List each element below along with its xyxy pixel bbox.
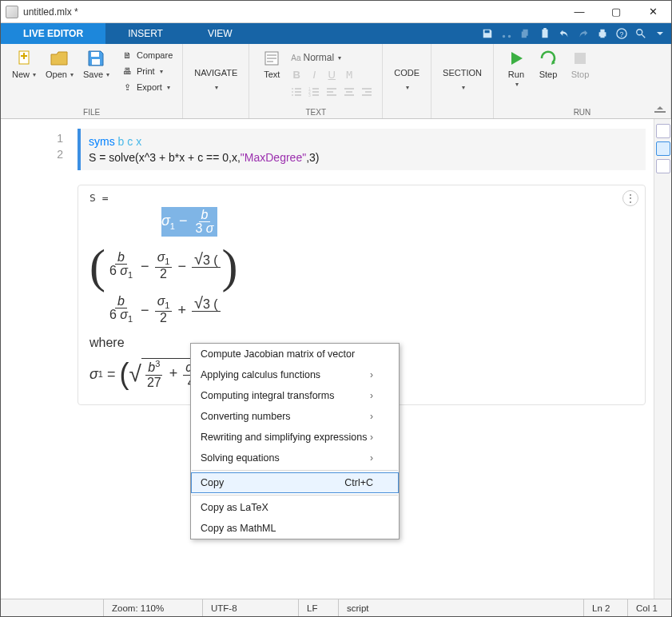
code-pane[interactable]: syms b c x S = solve(x^3 + b*x + c == 0,… bbox=[70, 119, 654, 599]
cm-rewriting-submenu[interactable]: Rewriting and simplifying expressions bbox=[191, 427, 399, 448]
text-button[interactable]: Text bbox=[256, 47, 288, 79]
export-button[interactable]: ⇪Export▾ bbox=[117, 79, 176, 95]
step-button[interactable]: Step bbox=[532, 47, 564, 79]
svg-rect-28 bbox=[575, 53, 586, 64]
line-number: 1 bbox=[1, 130, 63, 146]
status-line-endings[interactable]: LF bbox=[298, 599, 338, 616]
run-button[interactable]: Run ▾ bbox=[500, 47, 532, 88]
svg-text:?: ? bbox=[620, 30, 624, 38]
print-icon: 🖶 bbox=[121, 65, 133, 78]
window-buttons: — ▢ ✕ bbox=[561, 1, 671, 23]
code-dropdown[interactable]: CODE ▾ bbox=[389, 47, 424, 91]
minimize-button[interactable]: — bbox=[561, 1, 598, 23]
cm-converting-numbers-submenu[interactable]: Converting numbers bbox=[191, 406, 399, 427]
chevron-down-icon: ▾ bbox=[515, 81, 519, 88]
search-icon[interactable] bbox=[633, 26, 649, 42]
svg-rect-21 bbox=[327, 94, 336, 96]
cm-compute-jacobian[interactable]: Compute Jacobian matrix of vector bbox=[191, 344, 399, 364]
align-right-button[interactable] bbox=[358, 84, 376, 100]
step-icon bbox=[539, 49, 558, 68]
chevron-down-icon: ▾ bbox=[215, 84, 218, 91]
svg-rect-12 bbox=[295, 94, 301, 96]
side-output-toggle bbox=[654, 119, 671, 599]
svg-rect-4 bbox=[91, 52, 99, 57]
qat-menu-caret[interactable] bbox=[652, 26, 668, 42]
cut-icon[interactable] bbox=[499, 26, 515, 42]
maximize-button[interactable]: ▢ bbox=[598, 1, 634, 23]
save-label: Save bbox=[83, 70, 103, 79]
open-button[interactable]: Open▾ bbox=[41, 47, 78, 79]
cm-separator bbox=[192, 495, 398, 496]
text-style-selector[interactable]: Aa Normal ▾ bbox=[288, 50, 344, 65]
svg-rect-8 bbox=[295, 88, 301, 90]
section-dropdown[interactable]: SECTION ▾ bbox=[438, 47, 487, 91]
open-label: Open bbox=[46, 70, 67, 79]
svg-rect-16 bbox=[312, 91, 319, 93]
align-left-button[interactable] bbox=[323, 84, 340, 100]
ribbon-collapse-button[interactable] bbox=[652, 104, 668, 115]
bullet-list-button[interactable] bbox=[288, 84, 305, 100]
save-button[interactable]: Save▾ bbox=[78, 47, 114, 79]
monospace-button[interactable]: M bbox=[340, 66, 358, 82]
math-selection[interactable]: σ1 − b3 σ bbox=[161, 207, 218, 237]
compare-button[interactable]: 🗎Compare bbox=[117, 47, 176, 63]
paste-icon[interactable] bbox=[537, 26, 553, 42]
cm-solving-submenu[interactable]: Solving equations bbox=[191, 448, 399, 468]
svg-text:3: 3 bbox=[308, 93, 311, 98]
underline-button[interactable]: U bbox=[323, 66, 340, 82]
output-inline-button[interactable] bbox=[656, 141, 670, 156]
save-icon[interactable] bbox=[479, 26, 495, 42]
svg-rect-27 bbox=[362, 94, 372, 96]
chevron-down-icon: ▾ bbox=[33, 71, 36, 78]
export-icon: ⇪ bbox=[121, 81, 133, 94]
svg-rect-10 bbox=[295, 91, 301, 93]
tab-live-editor[interactable]: LIVE EDITOR bbox=[1, 23, 105, 44]
status-column: Col 1 bbox=[627, 599, 671, 616]
stop-button[interactable]: Stop bbox=[564, 47, 596, 79]
align-center-button[interactable] bbox=[340, 84, 358, 100]
status-zoom[interactable]: Zoom: 110% bbox=[103, 599, 202, 616]
svg-rect-20 bbox=[327, 91, 333, 93]
print-button[interactable]: 🖶Print▾ bbox=[117, 63, 176, 79]
text-format-row: B I U M bbox=[288, 66, 358, 82]
italic-button[interactable]: I bbox=[305, 66, 323, 82]
code-block[interactable]: syms b c x S = solve(x^3 + b*x + c == 0,… bbox=[78, 129, 646, 170]
numbered-list-button[interactable]: 123 bbox=[305, 84, 323, 100]
run-icon bbox=[507, 49, 526, 68]
editor-area: 1 2 syms b c x S = solve(x^3 + b*x + c =… bbox=[1, 119, 671, 599]
close-button[interactable]: ✕ bbox=[634, 1, 671, 23]
text-button-label: Text bbox=[264, 70, 280, 79]
svg-rect-25 bbox=[362, 88, 372, 90]
cm-copy-latex[interactable]: Copy as LaTeX bbox=[191, 497, 399, 518]
cm-calculus-submenu[interactable]: Applying calculus functions bbox=[191, 364, 399, 385]
navigate-dropdown[interactable]: NAVIGATE ▾ bbox=[189, 47, 242, 91]
cm-copy[interactable]: CopyCtrl+C bbox=[191, 472, 399, 493]
math-output-matrix[interactable]: ( σ1 − b3 σ b6 σ1 − σ bbox=[89, 207, 634, 324]
svg-rect-23 bbox=[346, 91, 352, 93]
ribbon-group-file-label: FILE bbox=[7, 108, 176, 118]
window-title: untitled.mlx * bbox=[23, 6, 561, 18]
undo-icon[interactable] bbox=[556, 26, 572, 42]
open-icon bbox=[50, 49, 69, 68]
code-label: CODE bbox=[394, 68, 420, 78]
output-menu-button[interactable]: ⋮ bbox=[622, 190, 638, 206]
output-only-button[interactable] bbox=[656, 159, 670, 173]
redo-icon[interactable] bbox=[575, 26, 591, 42]
cm-integral-transforms-submenu[interactable]: Computing integral transforms bbox=[191, 385, 399, 406]
print-qat-icon[interactable] bbox=[594, 26, 610, 42]
titlebar: untitled.mlx * — ▢ ✕ bbox=[1, 1, 671, 23]
new-button[interactable]: New▾ bbox=[7, 47, 41, 79]
help-icon[interactable]: ? bbox=[614, 26, 630, 42]
code-text: ,3) bbox=[306, 151, 319, 164]
ribbon-group-code: CODE ▾ bbox=[383, 44, 431, 118]
status-encoding[interactable]: UTF-8 bbox=[202, 599, 298, 616]
cm-copy-shortcut: Ctrl+C bbox=[344, 477, 373, 488]
cm-copy-mathml[interactable]: Copy as MathML bbox=[191, 518, 399, 539]
tab-view[interactable]: VIEW bbox=[185, 23, 255, 44]
output-right-button[interactable] bbox=[656, 124, 670, 138]
bold-button[interactable]: B bbox=[288, 66, 305, 82]
code-text: S = solve(x^3 + b*x + c == 0,x, bbox=[89, 151, 241, 164]
tab-insert[interactable]: INSERT bbox=[105, 23, 185, 44]
status-file-type[interactable]: script bbox=[338, 599, 583, 616]
copy-icon[interactable] bbox=[518, 26, 534, 42]
